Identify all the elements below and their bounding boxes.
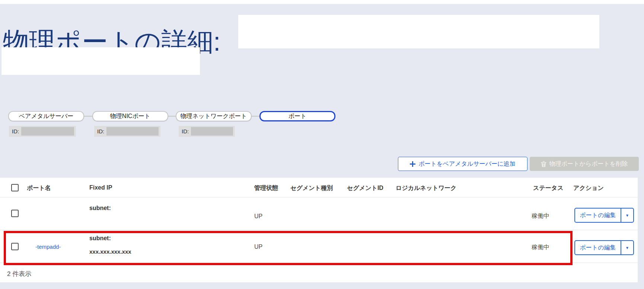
- chain-connector: [84, 116, 93, 117]
- column-header-segment-type[interactable]: セグメント種別: [290, 184, 333, 192]
- baremetal-server-id-strip: ID:: [9, 126, 76, 137]
- add-port-button-label: ポートをベアメタルサーバーに追加: [418, 160, 515, 168]
- row-checkbox[interactable]: [11, 210, 19, 217]
- row-status: 稼働中: [532, 244, 549, 251]
- chain-tab-physical-nic-port[interactable]: 物理NICポート: [92, 111, 168, 121]
- chain-tab-physical-network-port[interactable]: 物理ネットワークポート: [176, 111, 252, 121]
- row-status: 稼働中: [532, 212, 549, 220]
- physical-nic-port-id-strip: ID:: [94, 126, 160, 137]
- chain-tab-label: 物理NICポート: [110, 112, 150, 120]
- chevron-down-icon: ▼: [625, 213, 629, 217]
- redacted-port-name-value: [238, 15, 599, 48]
- delete-port-button-label: 物理ポートからポートを削除: [549, 160, 628, 168]
- row-action-split-button: ポートの編集 ▼: [574, 208, 634, 223]
- plus-icon: [410, 161, 415, 167]
- redacted-id-value: [191, 127, 233, 136]
- header-divider: [0, 197, 638, 197]
- redacted-subtitle-value: [1, 47, 200, 75]
- edit-port-button[interactable]: ポートの編集: [575, 209, 621, 222]
- row-fixed-ip: xxx.xxx.xxx.xxx: [89, 248, 131, 255]
- chevron-down-icon: ▼: [625, 246, 629, 250]
- chain-tab-label: ベアメタルサーバー: [19, 112, 74, 120]
- physical-network-port-id-strip: ID:: [179, 126, 235, 137]
- chain-tab-port-active[interactable]: ポート: [259, 111, 335, 121]
- id-label: ID:: [182, 128, 189, 134]
- column-header-port-name[interactable]: ポート名: [27, 184, 51, 192]
- row-subnet-label: subnet:: [89, 235, 111, 242]
- chain-tab-label: ポート: [288, 112, 307, 120]
- row-divider: [0, 263, 638, 263]
- id-label: ID:: [12, 128, 19, 134]
- action-menu-toggle[interactable]: ▼: [621, 241, 633, 254]
- port-name-link[interactable]: -tempadd-: [35, 244, 61, 250]
- delete-port-button-disabled[interactable]: 物理ポートからポートを削除: [530, 157, 639, 171]
- column-header-logical-network[interactable]: ロジカルネットワーク: [396, 184, 456, 192]
- column-header-fixed-ip[interactable]: Fixed IP: [89, 184, 112, 191]
- chain-connector: [251, 116, 260, 117]
- table-row-count: 2 件表示: [7, 270, 31, 278]
- edit-port-button[interactable]: ポートの編集: [575, 241, 621, 254]
- select-all-checkbox[interactable]: [11, 184, 19, 191]
- row-admin-state: UP: [254, 244, 262, 250]
- trash-icon: [541, 161, 546, 167]
- row-action-split-button: ポートの編集 ▼: [574, 240, 634, 255]
- row-admin-state: UP: [254, 213, 262, 220]
- row-divider: [0, 230, 638, 230]
- id-label: ID:: [97, 128, 104, 134]
- chain-tab-label: 物理ネットワークポート: [181, 112, 247, 120]
- action-menu-toggle[interactable]: ▼: [621, 209, 633, 222]
- column-header-action: アクション: [573, 184, 604, 192]
- redacted-id-value: [106, 127, 159, 136]
- column-header-segment-id[interactable]: セグメントID: [347, 184, 383, 192]
- chain-tab-baremetal-server[interactable]: ベアメタルサーバー: [8, 111, 84, 121]
- row-checkbox[interactable]: [11, 243, 19, 250]
- top-white-strip: [0, 0, 644, 4]
- add-port-to-baremetal-button[interactable]: ポートをベアメタルサーバーに追加: [398, 157, 527, 171]
- column-header-admin-state[interactable]: 管理状態: [254, 184, 278, 192]
- chain-connector: [168, 116, 176, 117]
- row-subnet-label: subnet:: [89, 205, 111, 212]
- column-header-status[interactable]: ステータス: [533, 184, 564, 192]
- redacted-id-value: [21, 127, 74, 136]
